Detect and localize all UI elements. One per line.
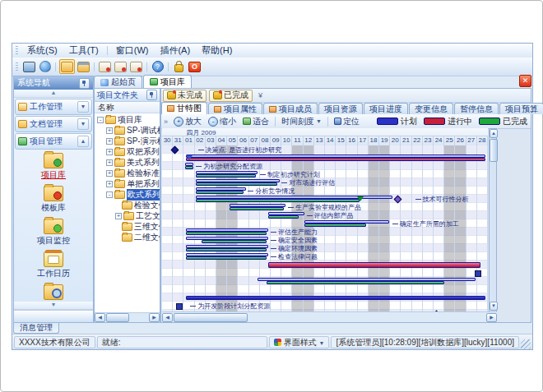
task-bar-7[interactable] bbox=[230, 207, 284, 210]
expand-icon[interactable]: + bbox=[106, 181, 113, 187]
gantt-vscrollbar[interactable]: ▲ ▼ bbox=[489, 128, 497, 312]
web-icon[interactable] bbox=[38, 60, 52, 73]
task-bar-6[interactable] bbox=[196, 199, 360, 202]
tree-hscrollbar[interactable]: ◀ ▶ bbox=[95, 312, 160, 322]
tree-node-1[interactable]: +SP-调试机系列 bbox=[95, 125, 160, 136]
sidebar-item-4[interactable]: 项目查找 bbox=[14, 283, 93, 302]
tree-pin-icon[interactable] bbox=[146, 90, 157, 100]
tab-message-management[interactable]: 消息管理 bbox=[13, 323, 59, 334]
resize-grip[interactable] bbox=[521, 339, 531, 349]
expand-icon[interactable]: + bbox=[115, 213, 122, 219]
sidebar-item-0[interactable]: 项目库 bbox=[14, 151, 93, 181]
menu-item-2[interactable]: 窗口(W) bbox=[110, 44, 155, 58]
task-bar-3[interactable] bbox=[196, 174, 256, 178]
gantt-hscrollbar[interactable]: ◀ ▶ bbox=[162, 311, 497, 322]
expand-icon[interactable]: + bbox=[106, 149, 113, 155]
sidebar-item-1[interactable]: 模板库 bbox=[14, 184, 93, 214]
sidebar-partial-group[interactable] bbox=[14, 310, 93, 322]
task-bar-9[interactable] bbox=[304, 224, 366, 227]
scroll-down-icon[interactable]: ▼ bbox=[490, 302, 498, 311]
menu-item-0[interactable]: 系统(S) bbox=[21, 44, 63, 58]
mail-open-icon[interactable] bbox=[114, 60, 128, 73]
tree-node-2[interactable]: +SP-演示机系列 bbox=[95, 136, 160, 146]
task-bar-5[interactable] bbox=[196, 191, 244, 194]
chevron-down-icon[interactable]: ▼ bbox=[77, 101, 89, 113]
sidebar-group-2[interactable]: 项目管理▲ bbox=[15, 133, 92, 150]
expand-icon[interactable]: + bbox=[106, 138, 113, 145]
scroll-right-icon[interactable]: ▶ bbox=[149, 313, 160, 322]
open-folder-icon[interactable] bbox=[59, 59, 75, 74]
scroll-right-icon[interactable]: ▶ bbox=[486, 313, 497, 322]
expand-icon[interactable]: + bbox=[106, 127, 113, 134]
menu-grip[interactable] bbox=[16, 46, 18, 55]
collapse-icon[interactable]: - bbox=[106, 191, 113, 198]
scroll-left-icon[interactable]: ◀ bbox=[162, 313, 173, 322]
gantt-tab-项目进度[interactable]: 项目进度 bbox=[364, 103, 408, 114]
sidebar-group-1[interactable]: 文档管理▼ bbox=[15, 116, 92, 132]
gantt-tab-甘特图[interactable]: 甘特图 bbox=[161, 102, 207, 114]
tree-node-5[interactable]: +检验标准 bbox=[95, 168, 160, 178]
gantt-chart[interactable]: 决策点: 是否进行初步研究为初步研究分配资源制定初步研究计划对市场进行评估分析竞… bbox=[162, 145, 488, 317]
task-bar-16[interactable] bbox=[267, 281, 444, 284]
tree-node-3[interactable]: +双把系列 bbox=[95, 146, 160, 157]
system-icon[interactable] bbox=[22, 60, 36, 73]
task-bar-4[interactable] bbox=[196, 182, 277, 186]
task-bar-1[interactable] bbox=[186, 158, 485, 161]
scroll-up-icon[interactable]: ▲ bbox=[490, 129, 498, 138]
sidebar-item-3[interactable]: 工作日历 bbox=[14, 250, 93, 279]
expand-icon[interactable]: + bbox=[106, 159, 113, 166]
task-bar-17[interactable] bbox=[186, 296, 485, 300]
task-bar-13[interactable] bbox=[186, 256, 267, 260]
gantt-tab-暂停信息[interactable]: 暂停信息 bbox=[454, 103, 499, 114]
zoom-out-button[interactable]: -缩小 bbox=[205, 116, 239, 127]
tab-起始页[interactable]: 起始页 bbox=[94, 76, 142, 88]
tree-node-8[interactable]: 检验文件 bbox=[95, 200, 160, 210]
filter-overflow-icon[interactable]: ¥ bbox=[258, 91, 262, 99]
tree-node-11[interactable]: 二维文件 bbox=[95, 232, 160, 242]
lock-icon[interactable] bbox=[172, 60, 186, 73]
gantt-hscroll-thumb[interactable] bbox=[174, 313, 248, 322]
task-bar-14[interactable] bbox=[268, 262, 480, 268]
expand-icon[interactable]: + bbox=[106, 170, 113, 177]
sidebar-scroll-up[interactable]: ▲ bbox=[14, 90, 93, 98]
mail-delete-icon[interactable] bbox=[129, 60, 143, 73]
task-bar-11[interactable] bbox=[202, 240, 267, 243]
timescale-button[interactable]: 时间刻度▼ bbox=[278, 116, 325, 127]
gantt-vscroll-thumb[interactable] bbox=[490, 139, 498, 162]
help-icon[interactable]: ? bbox=[151, 60, 165, 73]
collapse-icon[interactable]: - bbox=[97, 117, 104, 123]
tab-项目库[interactable]: 项目库 bbox=[143, 75, 192, 88]
task-bar-8[interactable] bbox=[268, 215, 299, 219]
pin-icon[interactable] bbox=[79, 78, 90, 89]
interface-style-button[interactable]: 界面样式 ▼ bbox=[269, 336, 330, 348]
gantt-tab-项目资源[interactable]: 项目资源 bbox=[318, 103, 363, 114]
window-icon[interactable] bbox=[77, 60, 90, 73]
tree-node-0[interactable]: -项目库 bbox=[95, 114, 160, 125]
toolbar-grip[interactable] bbox=[16, 62, 18, 71]
locate-button[interactable]: 定位 bbox=[331, 116, 363, 127]
task-bar-10[interactable] bbox=[186, 232, 267, 235]
chevron-down-icon[interactable]: ▼ bbox=[77, 118, 89, 130]
gantt-tab-项目成员[interactable]: 项目成员 bbox=[263, 103, 318, 114]
sidebar-item-2[interactable]: 项目监控 bbox=[14, 217, 93, 247]
exit-icon[interactable]: O bbox=[188, 60, 202, 73]
filter-button-0[interactable]: 未完成 bbox=[163, 90, 207, 102]
mail-new-icon[interactable] bbox=[98, 60, 112, 73]
menu-item-3[interactable]: 插件(A) bbox=[154, 44, 196, 58]
tree-column-header[interactable]: 名称 bbox=[95, 102, 160, 113]
tree-node-7[interactable]: -欧式系列 bbox=[95, 189, 160, 200]
filter-button-1[interactable]: 已完成 bbox=[209, 90, 253, 102]
scroll-left-icon[interactable]: ◀ bbox=[95, 313, 105, 322]
sidebar-group-0[interactable]: 工作管理▼ bbox=[15, 99, 92, 115]
tree-node-10[interactable]: 三维文件 bbox=[95, 221, 160, 232]
gantt-toolbar-chevron-icon[interactable]: » bbox=[161, 118, 170, 126]
gantt-tab-项目属性[interactable]: 项目属性 bbox=[208, 103, 262, 114]
tree-node-9[interactable]: +工艺文件 bbox=[95, 210, 160, 221]
gantt-tab-项目预算[interactable]: 项目预算 bbox=[499, 103, 543, 114]
fit-button[interactable]: 适合 bbox=[239, 116, 272, 127]
chevron-up-icon[interactable]: ▲ bbox=[77, 136, 89, 147]
gantt-tab-变更信息[interactable]: 变更信息 bbox=[409, 103, 453, 114]
task-bar-12[interactable] bbox=[186, 248, 267, 251]
menu-item-4[interactable]: 帮助(H) bbox=[196, 44, 238, 58]
tree-node-4[interactable]: +美式系列 bbox=[95, 157, 160, 168]
